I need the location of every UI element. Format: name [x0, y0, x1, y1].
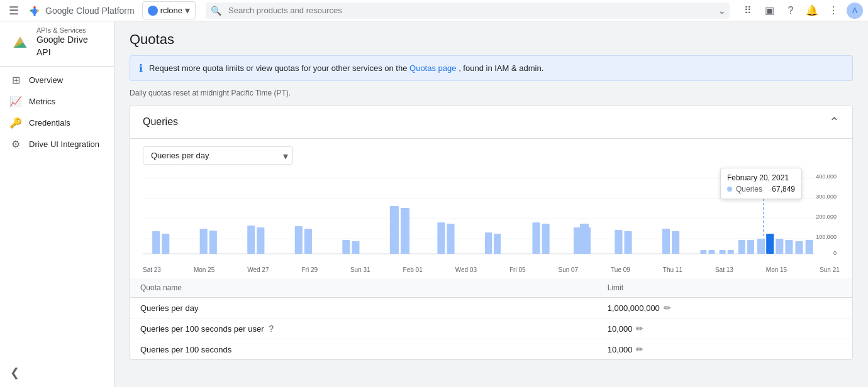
svg-rect-29	[447, 224, 454, 254]
table-row: Queries per day 1,000,000,000 ✏	[130, 298, 852, 319]
col-limit-header: Limit	[598, 278, 852, 298]
svg-rect-16	[152, 231, 160, 254]
svg-text:100,000: 100,000	[816, 234, 837, 240]
chart-x-labels: Sat 23 Mon 25 Wed 27 Fri 29 Sun 31 Feb 0…	[130, 265, 852, 278]
sidebar-item-drive-ui[interactable]: ⚙ Drive UI Integration	[0, 133, 114, 155]
top-nav: ☰ Google Cloud Platform rclone ▾ 🔍 ⌄ ⠿ ▣…	[0, 0, 868, 21]
drive-api-logo	[10, 33, 30, 53]
app-title: Google Cloud Platform	[45, 6, 135, 16]
cloud-shell-button[interactable]: ▣	[761, 3, 777, 19]
drive-ui-icon: ⚙	[10, 138, 21, 150]
queries-section: Queries ⌃ Queries per day Queries per 10…	[130, 105, 853, 360]
svg-rect-40	[672, 231, 679, 254]
sidebar-item-label: Metrics	[29, 97, 55, 106]
sidebar-api-name: Google Drive API	[36, 34, 104, 58]
svg-text:300,000: 300,000	[816, 194, 837, 200]
col-name-header: Quota name	[130, 278, 598, 298]
svg-text:0: 0	[833, 250, 837, 256]
edit-button[interactable]: ✏	[664, 303, 671, 313]
svg-rect-28	[437, 222, 445, 254]
quota-limit-cell: 1,000,000,000 ✏	[598, 298, 852, 319]
sidebar-item-overview[interactable]: ⊞ Overview	[0, 69, 114, 90]
quota-type-select[interactable]: Queries per day Queries per 100 seconds …	[143, 146, 293, 165]
info-banner: ℹ Request more quota limits or view quot…	[130, 55, 853, 81]
search-input[interactable]	[206, 3, 730, 19]
hamburger-button[interactable]: ☰	[5, 2, 23, 19]
sidebar-item-label: Credentials	[29, 118, 70, 128]
apps-button[interactable]: ⠿	[740, 3, 756, 19]
sidebar-collapse-button[interactable]: ❮	[0, 358, 114, 387]
svg-rect-17	[162, 234, 169, 254]
svg-rect-41	[700, 250, 706, 254]
svg-rect-42	[708, 250, 715, 254]
x-label: Fri 29	[301, 266, 318, 273]
gcp-logo-icon	[28, 4, 42, 18]
svg-rect-47	[757, 239, 765, 254]
help-button[interactable]: ?	[782, 3, 799, 19]
section-collapse-button[interactable]: ⌃	[829, 114, 840, 129]
svg-rect-22	[295, 226, 303, 254]
svg-rect-20	[247, 226, 255, 254]
sidebar: APIs & Services Google Drive API ⊞ Overv…	[0, 21, 114, 387]
quota-name-cell: Queries per 100 seconds per user ?	[130, 319, 598, 339]
table-row: Queries per 100 seconds per user ? 10,00…	[130, 319, 852, 339]
project-icon	[148, 6, 158, 16]
x-label: Wed 03	[455, 266, 477, 273]
project-chevron-icon: ▾	[185, 4, 190, 16]
more-options-button[interactable]: ⋮	[825, 3, 842, 19]
x-label: Mon 25	[194, 266, 214, 273]
svg-rect-33	[542, 224, 550, 254]
main-content: Quotas ℹ Request more quota limits or vi…	[114, 21, 868, 387]
sidebar-item-label: Drive UI Integration	[29, 139, 99, 149]
project-selector[interactable]: rclone ▾	[142, 1, 196, 19]
svg-rect-46	[747, 240, 754, 254]
edit-button[interactable]: ✏	[636, 324, 643, 334]
credentials-icon: 🔑	[10, 117, 21, 128]
info-suffix: , found in IAM & admin.	[459, 63, 543, 73]
user-avatar[interactable]: A	[847, 3, 863, 19]
logo-link[interactable]: Google Cloud Platform	[28, 4, 135, 18]
queries-chart: 400,000 300,000 200,000 100,000 0	[143, 172, 840, 260]
sidebar-item-label: Overview	[29, 75, 63, 85]
quota-name-cell: Queries per 100 seconds	[130, 339, 598, 360]
help-icon[interactable]: ?	[269, 324, 274, 334]
svg-text:200,000: 200,000	[816, 214, 837, 220]
svg-rect-30	[485, 232, 492, 254]
quota-limit-cell: 10,000 ✏	[598, 339, 852, 360]
notifications-button[interactable]: 🔔	[804, 3, 820, 19]
svg-rect-39	[662, 229, 670, 254]
svg-rect-36	[580, 224, 589, 254]
chart-area: 400,000 300,000 200,000 100,000 0	[130, 165, 852, 265]
svg-rect-44	[728, 250, 734, 254]
info-text: Request more quota limits or view quotas…	[149, 63, 407, 73]
x-label: Feb 01	[403, 266, 423, 273]
hamburger-icon: ☰	[9, 4, 19, 18]
svg-rect-18	[200, 229, 208, 254]
svg-rect-37	[615, 230, 622, 254]
table-row: Queries per 100 seconds 10,000 ✏	[130, 339, 852, 360]
svg-rect-26	[390, 206, 399, 254]
svg-point-3	[33, 14, 36, 16]
svg-rect-38	[625, 231, 632, 254]
page-title: Quotas	[130, 31, 853, 48]
x-label: Fri 05	[509, 266, 526, 273]
x-label: Mon 15	[766, 266, 787, 273]
sidebar-item-credentials[interactable]: 🔑 Credentials	[0, 112, 114, 133]
svg-rect-49	[776, 239, 783, 254]
svg-point-1	[37, 9, 40, 12]
x-label: Wed 27	[247, 266, 269, 273]
edit-button[interactable]: ✏	[636, 344, 643, 354]
x-label: Sat 13	[715, 266, 733, 273]
sidebar-item-metrics[interactable]: 📈 Metrics	[0, 90, 114, 112]
x-label: Sun 31	[350, 266, 370, 273]
quota-name-cell: Queries per day	[130, 298, 598, 319]
overview-icon: ⊞	[10, 74, 21, 85]
quota-table: Quota name Limit Queries per day 1,000,0…	[130, 278, 852, 359]
svg-rect-19	[209, 231, 217, 254]
quotas-page-link[interactable]: Quotas page	[409, 63, 456, 73]
svg-text:400,000: 400,000	[816, 173, 837, 180]
svg-rect-43	[720, 250, 726, 254]
info-icon: ℹ	[139, 62, 143, 74]
search-expand-icon[interactable]: ⌄	[718, 6, 726, 16]
svg-rect-48	[766, 234, 774, 254]
